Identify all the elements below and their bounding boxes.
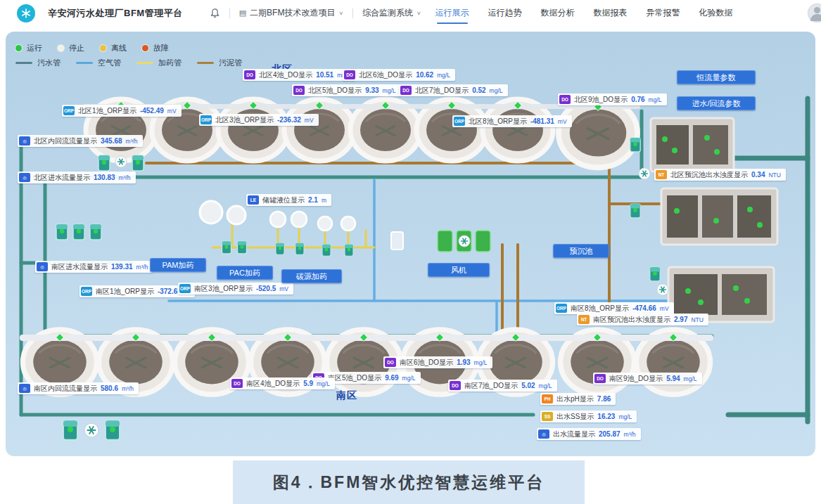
sensor-name: 北区3池_ORP显示 [215,115,274,125]
sensor-value: 0.52 [472,86,485,94]
tab-数据报表[interactable]: 数据报表 [594,0,628,26]
scene-button-PAC加药[interactable]: PAC加药 [217,266,273,280]
legend-label: 故障 [153,43,169,53]
sensor-value: 9.33 [365,86,378,94]
scene-button-预沉池[interactable]: 预沉池 [553,244,609,258]
sensor-type-badge: DO [400,86,412,95]
sensor-value: 580.6 [101,385,118,392]
sensor-type-badge: PH [542,394,553,403]
status-dot-icon [100,45,106,51]
divider [352,8,353,18]
tab-化验数据[interactable]: 化验数据 [699,0,733,26]
sensor-label-南区7池_DO显示: DO南区7池_DO显示5.02mg/L [448,380,557,392]
sensor-type-badge: ORP [81,287,92,296]
legend-label: 离线 [111,43,127,53]
sensor-unit: NTU [691,316,703,323]
sensor-type-badge: DO [244,70,255,79]
sensor-name: 北区5池_DO显示 [308,86,362,96]
sensor-unit: mg/L [383,87,396,94]
legend-label: 空气管 [98,58,121,68]
sensor-unit: m³/h [119,174,131,181]
scada-stage: 运行停止离线故障 污水管空气管加药管污泥管 北区南区 恒流量参数进水/回流参数P… [0,0,821,504]
sensor-type-badge: ORP [63,106,75,115]
sensor-value: -372.6 [158,287,177,295]
sensor-value: -236.32 [277,116,301,124]
sensor-value: 139.31 [111,263,133,271]
sensor-name: 出水pH显示 [556,394,594,404]
sensor-value: 2.97 [674,316,687,323]
legend-label: 运行 [27,43,42,53]
sensor-value: -474.66 [632,304,656,312]
sensor-unit: mV [558,118,567,125]
sensor-name: 南区8池_ORP显示 [571,304,629,314]
sensor-value: 130.83 [94,174,115,181]
system-selector[interactable]: 综合监测系统 ∨ [362,7,421,19]
sensor-label-北区预沉池出水浊度显示: NT北区预沉池出水浊度显示0.34NTU [654,169,786,181]
sensor-name: 出水SS显示 [556,412,594,422]
sensor-name: 南区1池_ORP显示 [96,287,154,297]
page: 辛安河污水处理厂BFM管理平台 ▤ 二期BFM技术改造项目 ∨ 综合监测系统 ∨… [0,0,821,504]
tab-运行展示[interactable]: 运行展示 [435,0,469,26]
sensor-label-北区3池_ORP显示: ORP北区3池_ORP显示-236.32mV [199,114,319,126]
sensor-value: 0.34 [751,171,765,179]
sensor-label-北区8池_ORP显示: ORP北区8池_ORP显示-481.31mV [452,115,572,127]
sensor-unit: mg/L [490,87,503,94]
legend-item-运行: 运行 [15,43,42,53]
sensor-label-南区9池_DO显示: DO南区9池_DO显示5.94mg/L [593,373,702,385]
sensor-label-北区7池_DO显示: DO北区7池_DO显示0.52mg/L [399,84,508,96]
pipe-line-icon [76,62,93,64]
legend-item-故障: 故障 [142,43,169,53]
tab-数据分析[interactable]: 数据分析 [541,0,575,26]
sensor-type-badge: ◎ [538,429,549,439]
legend-label: 污水管 [37,58,61,68]
project-selector[interactable]: ▤ 二期BFM技术改造项目 ∨ [239,7,343,19]
user-avatar[interactable] [808,4,821,22]
pipe-line-icon [15,62,32,64]
scene-button-恒流量参数[interactable]: 恒流量参数 [677,70,756,84]
sensor-type-badge: ORP [179,284,191,293]
sensor-unit: mg/L [437,72,450,79]
sensor-unit: mV [305,117,314,124]
sensor-name: 南区9池_DO显示 [609,374,663,384]
top-bar: 辛安河污水处理厂BFM管理平台 ▤ 二期BFM技术改造项目 ∨ 综合监测系统 ∨… [0,0,821,26]
sensor-unit: m [322,197,326,204]
sensor-unit: mV [167,108,177,115]
chevron-down-icon: ∨ [416,11,421,16]
sensor-label-储罐液位显示: LE储罐液位显示2.1m [246,194,331,206]
sensor-type-badge: NT [656,170,667,179]
sensor-unit: mV [660,305,669,312]
zone-label-南区: 南区 [336,389,357,402]
sensor-value: 10.51 [316,71,333,79]
sensor-unit: mg/L [539,382,552,389]
sensor-name: 储罐液位显示 [262,195,305,205]
sensor-unit: mg/L [649,96,662,103]
sensor-type-badge: ◎ [37,262,48,271]
scene-button-碳源加药[interactable]: 碳源加药 [281,269,342,283]
pipe-line-icon [136,62,153,64]
sensor-unit: mg/L [317,380,330,387]
legend-item-污泥管: 污泥管 [197,58,242,68]
scene-button-进水/回流参数[interactable]: 进水/回流参数 [677,96,756,110]
sensor-unit: mg/L [474,359,488,366]
status-dot-icon [15,45,22,51]
sensor-name: 北区9池_DO显示 [574,95,628,105]
sensor-label-南区4池_DO显示: DO南区4池_DO显示5.9mg/L [230,377,335,389]
sensor-name: 南区3池_ORP显示 [194,284,253,294]
sensor-name: 北区7池_DO显示 [415,86,469,96]
legend-item-空气管: 空气管 [76,58,121,68]
figure-caption: 图4．BFM智水优控智慧运维平台 [273,472,545,493]
legend-item-污水管: 污水管 [15,58,61,68]
sensor-value: -520.5 [256,285,276,292]
sensor-name: 南区4池_DO显示 [246,379,300,389]
sensor-label-出水流量显示: ◎出水流量显示205.87m³/h [537,428,641,440]
sensor-value: 2.1 [308,196,318,204]
scene-button-PAM加药[interactable]: PAM加药 [150,258,206,272]
sensor-name: 北区预沉池出水浊度显示 [670,170,748,180]
sensor-type-badge: LE [248,195,259,205]
tab-运行趋势[interactable]: 运行趋势 [488,0,522,26]
sensor-type-badge: ORP [454,117,465,126]
sensor-label-南区预沉池出水浊度显示: NT南区预沉池出水浊度显示2.97NTU [577,314,708,325]
notification-bell-icon[interactable] [210,8,220,18]
scene-button-风机[interactable]: 风机 [428,263,490,277]
tab-异常报警[interactable]: 异常报警 [647,0,680,26]
